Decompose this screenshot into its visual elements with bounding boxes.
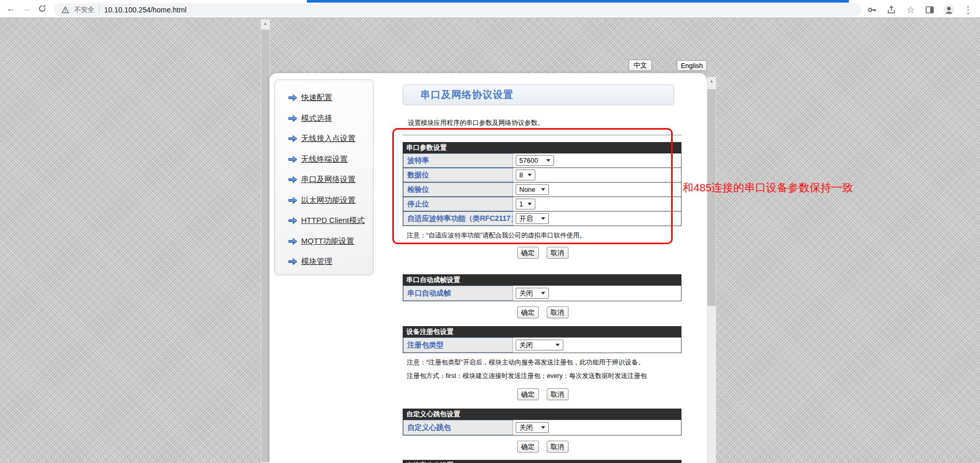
sidebar-item-module-management[interactable]: 模块管理 — [288, 251, 373, 272]
arrow-icon — [288, 176, 297, 184]
heartbeat-select[interactable]: 关闭 — [516, 422, 549, 433]
profile-avatar[interactable] — [943, 4, 955, 16]
heartbeat-table: 自定义心跳包设置 自定义心跳包 关闭 — [403, 409, 681, 436]
parity-select[interactable]: None — [516, 184, 549, 195]
cancel-button[interactable]: 取消 — [547, 388, 569, 400]
auto-frame-table: 串口自动成帧设置 串口自动成帧 关闭 — [403, 274, 681, 301]
page-title-box: 串口及网络协议设置 — [403, 85, 674, 105]
table-row: 检验位 None — [403, 183, 681, 197]
table-row: 自定义心跳包 关闭 — [403, 420, 681, 436]
chevron-down-icon — [528, 174, 532, 176]
chevron-down-icon — [546, 159, 550, 162]
baud-rate-select[interactable]: 57600 — [516, 155, 554, 166]
sidebar-item-serial-network[interactable]: 串口及网络设置 — [288, 170, 373, 190]
security-label: 不安全 — [74, 5, 94, 15]
bookmark-star-icon[interactable]: ☆ — [905, 4, 916, 16]
table-row: 自适应波特率功能（类RFC2117） 开启 — [403, 212, 681, 226]
toolbar-right-icons: ☆ ⋮ — [867, 2, 977, 16]
register-packet-type-select[interactable]: 关闭 — [516, 340, 563, 350]
outer-scrollbar[interactable]: ▲ — [261, 19, 270, 463]
sidebar-item-quick-config[interactable]: 快速配置 — [288, 88, 373, 108]
warning-icon — [61, 6, 69, 14]
stop-bits-select[interactable]: 1 — [516, 199, 535, 209]
table-row: 停止位 1 — [403, 197, 681, 212]
button-row: 确定 取消 — [403, 306, 683, 318]
page-description: 设置模块应用程序的串口参数及网络协议参数。 — [408, 119, 683, 128]
table-row: 数据位 8 — [403, 168, 681, 183]
reload-button[interactable] — [34, 1, 50, 17]
row-label: 数据位 — [403, 168, 513, 182]
url-text: 10.10.100.254/home.html — [104, 6, 187, 14]
browser-menu-icon[interactable]: ⋮ — [962, 4, 974, 16]
register-packet-table: 设备注册包设置 注册包类型 关闭 — [403, 326, 681, 353]
row-label: 自适应波特率功能（类RFC2117） — [403, 212, 513, 226]
forward-button[interactable]: → — [19, 1, 34, 17]
table-row: 串口自动成帧 关闭 — [403, 286, 681, 301]
arrow-icon — [288, 135, 297, 143]
register-packet-note: 注意：“注册包类型”开启后，模块主动向服务器发送注册包，此功能用于辨识设备。 — [407, 358, 683, 367]
arrow-icon — [288, 156, 297, 163]
table-header: 串口自动成帧设置 — [403, 274, 681, 286]
table-row: 波特率 57600 — [403, 153, 681, 168]
sidebar-item-ethernet[interactable]: 以太网功能设置 — [288, 190, 373, 211]
window-top-strip — [307, 0, 849, 3]
serial-params-note: 注意：“自适应波特率功能”请配合我公司的虚拟串口软件使用。 — [407, 231, 683, 240]
ok-button[interactable]: 确定 — [517, 388, 539, 400]
scrollbar-thumb[interactable] — [707, 89, 716, 306]
serial-params-table: 串口参数设置 波特率 57600 数据位 8 — [403, 142, 681, 226]
sidebar-item-wireless-ap[interactable]: 无线接入点设置 — [288, 129, 373, 149]
side-panel-icon[interactable] — [924, 4, 935, 16]
arrow-icon — [288, 237, 297, 245]
language-chinese-button[interactable]: 中文 — [629, 60, 652, 71]
sidebar-item-mode-select[interactable]: 模式选择 — [288, 108, 373, 129]
sidebar-item-mqtt[interactable]: MQTT功能设置 — [288, 231, 373, 252]
table-header: 串口参数设置 — [403, 142, 681, 153]
row-label: 停止位 — [403, 197, 513, 211]
sidebar-item-label: HTTPD Client模式 — [301, 216, 365, 226]
chevron-down-icon — [541, 217, 545, 220]
cancel-button[interactable]: 取消 — [547, 306, 569, 318]
password-key-icon[interactable] — [867, 4, 878, 16]
arrow-icon — [288, 94, 297, 102]
cancel-button[interactable]: 取消 — [547, 247, 569, 259]
chevron-down-icon — [556, 344, 560, 346]
row-label: 波特率 — [403, 153, 513, 167]
main-content: 串口及网络协议设置 设置模块应用程序的串口参数及网络协议参数。 串口参数设置 波… — [403, 73, 683, 463]
table-row: 注册包类型 关闭 — [403, 338, 681, 353]
sidebar-item-label: 无线接入点设置 — [301, 134, 356, 144]
row-label: 自定义心跳包 — [403, 420, 513, 435]
sidebar-item-wireless-sta[interactable]: 无线终端设置 — [288, 149, 373, 170]
sidebar-item-label: 无线终端设置 — [301, 155, 348, 164]
sidebar-item-httpd-client[interactable]: HTTPD Client模式 — [288, 211, 373, 231]
address-bar[interactable]: 不安全 10.10.100.254/home.html — [54, 3, 861, 17]
auto-frame-select[interactable]: 关闭 — [516, 288, 549, 299]
content-panel: 快速配置 模式选择 无线接入点设置 无线终端设置 串口及网络设置 — [269, 73, 707, 463]
row-label: 检验位 — [403, 183, 513, 197]
ok-button[interactable]: 确定 — [517, 306, 539, 318]
arrow-icon — [288, 197, 297, 204]
data-bits-select[interactable]: 8 — [516, 170, 535, 180]
page-background: ▲ 中文 English 快速配置 模式选择 无线接入点设置 — [0, 18, 980, 463]
sidebar-item-label: 快速配置 — [301, 93, 332, 103]
arrow-icon — [288, 115, 297, 122]
back-button[interactable]: ← — [3, 1, 19, 17]
row-label: 串口自动成帧 — [403, 286, 513, 301]
share-icon[interactable] — [886, 4, 897, 16]
address-separator — [99, 6, 100, 14]
ok-button[interactable]: 确定 — [517, 441, 539, 453]
ok-button[interactable]: 确定 — [517, 247, 539, 259]
language-english-button[interactable]: English — [677, 60, 707, 71]
table-header: 套接字分发设置 — [403, 460, 681, 463]
sidebar-item-label: 以太网功能设置 — [301, 195, 356, 205]
scrollbar-thumb[interactable] — [261, 30, 269, 462]
button-row: 确定 取消 — [403, 441, 683, 453]
inner-scrollbar[interactable]: ▲ — [707, 77, 716, 463]
cancel-button[interactable]: 取消 — [547, 441, 569, 453]
sidebar-item-label: 串口及网络设置 — [301, 175, 356, 185]
scroll-up-arrow[interactable]: ▲ — [261, 19, 270, 27]
adaptive-baud-select[interactable]: 开启 — [516, 213, 549, 224]
chevron-down-icon — [541, 292, 545, 294]
scroll-up-arrow[interactable]: ▲ — [707, 77, 716, 85]
row-label: 注册包类型 — [403, 338, 513, 353]
chevron-down-icon — [541, 188, 545, 191]
